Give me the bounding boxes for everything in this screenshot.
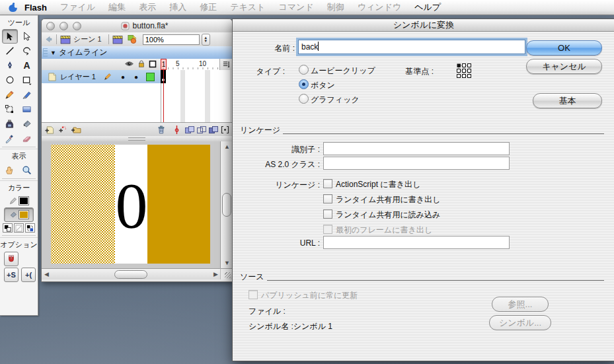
paint-bucket-tool[interactable] [19,116,35,131]
vertical-scroll-thumb[interactable] [222,193,231,217]
url-input[interactable] [323,236,510,249]
layer-outline-color-swatch[interactable] [146,73,155,81]
frame-ruler[interactable]: 5 10 [161,59,220,71]
scroll-left-arrow[interactable]: ◀ [44,271,49,277]
show-hide-eye-icon[interactable] [124,60,134,67]
zoom-window-button[interactable] [73,22,81,30]
stroke-color-swatch[interactable] [19,196,29,205]
gold-shape[interactable] [147,145,210,264]
free-transform-tool[interactable] [2,102,18,116]
rectangle-tool[interactable] [19,73,35,87]
edit-symbols-button[interactable] [127,34,137,44]
checkbox-export-runtime-sharing-label[interactable]: ランタイム共有用に書き出し [336,194,440,205]
add-motion-guide-button[interactable] [58,125,68,135]
menu-item-flash[interactable]: Flash [18,3,54,13]
scroll-down-arrow[interactable]: ▼ [224,260,230,266]
oval-tool[interactable] [2,73,18,87]
checkbox-import-runtime-sharing[interactable] [323,209,332,219]
eraser-tool[interactable] [19,131,35,145]
scroll-up-arrow[interactable]: ▲ [224,143,230,150]
checkbox-export-actionscript-label[interactable]: ActionScript に書き出し [336,179,420,190]
menu-item-help[interactable]: ヘルプ [408,1,447,13]
radio-movieclip[interactable] [299,65,309,75]
stage-number-text[interactable]: 0 [113,176,150,235]
checkbox-import-runtime-sharing-label[interactable]: ランタイム共有用に読み込み [336,209,440,221]
eyedropper-tool[interactable] [2,131,18,145]
layer-lock-dot[interactable]: ● [134,73,138,81]
menu-item-control[interactable]: 制御 [321,1,351,13]
edit-multiple-frames-button[interactable] [208,126,219,134]
arrow-tool[interactable] [2,29,18,44]
fill-color-control[interactable] [4,207,34,222]
modify-onion-markers-button[interactable] [221,126,229,134]
menu-item-insert[interactable]: 挿入 [163,1,193,13]
cancel-button[interactable]: キャンセル [526,59,602,74]
radio-button-label[interactable]: ボタン [311,80,335,91]
scroll-right-arrow[interactable]: ▶ [213,271,218,277]
outline-square-icon[interactable] [149,60,157,68]
default-colors-button[interactable] [3,223,13,233]
snap-to-objects-button[interactable] [4,252,19,266]
stroke-color-control[interactable] [0,194,38,207]
as-class-input[interactable] [323,157,510,170]
insert-layer-button[interactable] [44,125,55,135]
no-color-button[interactable] [14,223,24,233]
scene-name[interactable]: シーン 1 [73,34,102,44]
ok-button[interactable]: OK [526,40,602,55]
vertical-scrollbar[interactable]: ▲ ▼ [220,141,232,268]
frames-grid[interactable] [161,70,232,123]
menu-item-commands[interactable]: コマンド [272,1,320,13]
layer-visible-dot[interactable]: ● [121,73,125,81]
radio-movieclip-label[interactable]: ムービークリップ [311,65,375,77]
swap-colors-button[interactable] [25,223,35,233]
center-frame-button[interactable] [174,125,180,135]
checkbox-export-runtime-sharing[interactable] [323,194,332,203]
straighten-button[interactable]: +( [21,268,36,282]
layer-name[interactable]: レイヤー 1 [60,72,96,82]
menu-item-text[interactable]: テキスト [223,1,272,13]
panel-grip[interactable] [43,48,48,57]
zoom-stepper[interactable]: ▲▼ [202,34,210,46]
menu-item-edit[interactable]: 編集 [102,1,132,13]
selected-gold-shape[interactable] [51,145,115,264]
back-arrow-icon[interactable] [44,35,53,44]
subselection-tool[interactable] [19,29,35,44]
lock-icon[interactable] [137,59,145,68]
checkbox-export-actionscript[interactable] [323,179,332,188]
apple-menu-icon[interactable] [8,2,18,13]
timeline-panel-header[interactable]: ▼ タイムライン [42,46,232,59]
collapse-triangle-icon[interactable]: ▼ [50,50,56,56]
hand-tool[interactable] [2,163,18,177]
document-title-bar[interactable]: button.fla* [42,19,232,33]
frame-view-menu-button[interactable] [219,59,232,71]
lasso-tool[interactable] [19,44,35,58]
layer-row[interactable]: レイヤー 1 ● ● [42,70,161,84]
horizontal-scroll-thumb[interactable] [114,270,147,279]
onion-skin-button[interactable] [184,126,195,134]
symbol-name-input[interactable]: back [298,40,525,54]
delete-layer-trash-button[interactable] [157,125,166,135]
insert-layer-folder-button[interactable] [71,125,82,134]
close-button[interactable] [46,22,55,30]
smooth-button[interactable]: +S [4,268,19,282]
menu-item-window[interactable]: ウィンドウ [351,1,408,13]
zoom-tool[interactable] [19,163,35,177]
horizontal-scrollbar[interactable]: ◀ ▶ [42,268,221,279]
text-tool[interactable]: A [19,58,35,73]
registration-point-grid[interactable] [457,63,471,78]
pen-tool[interactable] [2,58,18,73]
layer-panel-empty-area[interactable] [42,83,161,123]
menu-item-view[interactable]: 表示 [132,1,163,13]
menu-item-file[interactable]: ファイル [54,1,102,13]
radio-button[interactable] [299,79,309,89]
stage-canvas[interactable]: 0 [42,141,221,268]
zoom-level-input[interactable] [143,34,200,45]
radio-graphic[interactable] [299,94,309,104]
menu-item-modify[interactable]: 修正 [193,1,223,13]
playhead[interactable]: 1 [161,59,167,70]
onion-skin-outlines-button[interactable] [196,126,207,134]
edit-scene-button[interactable] [112,35,123,44]
minimize-button[interactable] [59,22,68,30]
identifier-input[interactable] [323,142,510,155]
fill-color-swatch[interactable] [19,210,29,219]
